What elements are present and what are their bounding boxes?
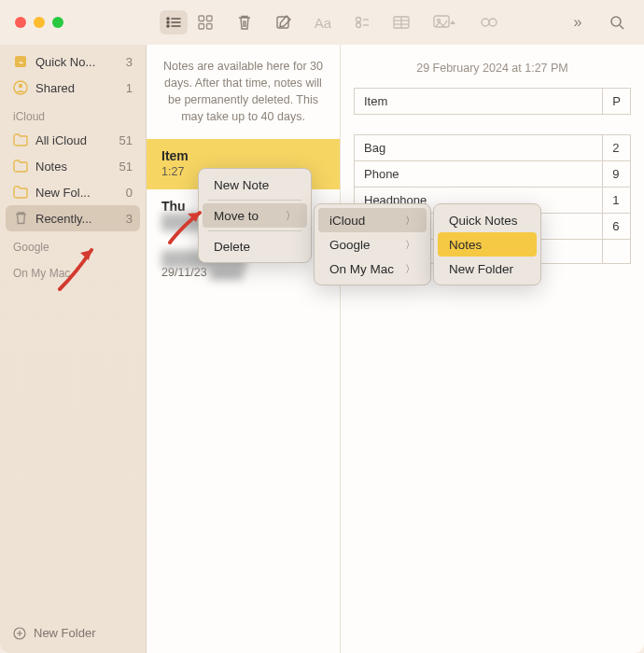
menu-item-label: Quick Notes bbox=[449, 214, 518, 228]
checklist-button[interactable] bbox=[348, 10, 376, 35]
sidebar-section-header[interactable]: On My Mac bbox=[6, 257, 140, 284]
table-row[interactable]: Bag2 bbox=[355, 135, 631, 161]
table-cell[interactable]: Phone bbox=[355, 161, 603, 188]
sidebar-item-label: Notes bbox=[35, 160, 67, 174]
submenu-accounts[interactable]: iCloud〉Google〉On My Mac〉 bbox=[314, 203, 431, 285]
note-title: Item bbox=[161, 148, 325, 163]
svg-rect-14 bbox=[207, 24, 213, 30]
chevron-right-icon: 〉 bbox=[405, 262, 415, 276]
folder-icon bbox=[13, 132, 28, 147]
menu-item-label: Notes bbox=[449, 238, 482, 252]
format-button[interactable]: Aa bbox=[309, 10, 337, 35]
notes-list: Notes are available here for 30 days. Af… bbox=[147, 45, 341, 653]
trash-button[interactable] bbox=[231, 10, 259, 35]
sidebar-item-label: Quick No... bbox=[35, 55, 95, 69]
sidebar-item-count: 51 bbox=[119, 133, 133, 147]
folder-icon bbox=[13, 185, 28, 200]
table-cell[interactable]: P bbox=[603, 89, 631, 115]
quicknotes-icon: ⌁ bbox=[13, 54, 28, 69]
svg-line-31 bbox=[620, 25, 623, 29]
menu-item-label: New Note bbox=[214, 178, 269, 192]
table-cell[interactable]: 6 bbox=[603, 214, 631, 240]
media-button[interactable] bbox=[427, 10, 464, 35]
ctx-move-to[interactable]: Move to〉 bbox=[203, 203, 307, 228]
sidebar-section-header[interactable]: Google bbox=[6, 231, 140, 257]
fullscreen-window[interactable] bbox=[52, 17, 63, 28]
svg-point-30 bbox=[611, 17, 621, 26]
compose-button[interactable] bbox=[270, 10, 298, 35]
submenu-folders[interactable]: Quick NotesNotesNew Folder bbox=[433, 203, 541, 285]
plus-icon bbox=[13, 627, 26, 640]
sidebar-item-notes[interactable]: Notes51 bbox=[6, 153, 140, 179]
sidebar-item-quick-no-[interactable]: ⌁Quick No...3 bbox=[6, 49, 140, 75]
link-button[interactable] bbox=[475, 10, 503, 35]
ctx-folder-notes[interactable]: Notes bbox=[438, 232, 537, 257]
sidebar-item-recently-[interactable]: Recently...3 bbox=[6, 205, 140, 231]
table-cell[interactable]: 9 bbox=[603, 161, 631, 188]
sidebar-item-all-icloud[interactable]: All iCloud51 bbox=[6, 127, 140, 153]
menu-item-label: iCloud bbox=[329, 214, 365, 228]
table-row[interactable]: Phone9 bbox=[355, 161, 631, 188]
svg-point-5 bbox=[167, 18, 169, 20]
table-cell[interactable]: Bag bbox=[355, 135, 603, 161]
more-button[interactable]: » bbox=[564, 10, 592, 35]
svg-text:⌁: ⌁ bbox=[19, 58, 23, 67]
ctx-account-on-my-mac[interactable]: On My Mac〉 bbox=[318, 257, 427, 281]
svg-point-28 bbox=[482, 19, 489, 26]
context-menu[interactable]: New NoteMove to〉Delete bbox=[198, 168, 312, 263]
sidebar-item-count: 51 bbox=[119, 160, 133, 174]
chevron-right-icon: 〉 bbox=[286, 209, 296, 223]
sidebar-item-count: 0 bbox=[126, 186, 133, 200]
table-cell[interactable]: Item bbox=[355, 89, 603, 115]
main-area: Aa » Notes are available here for 30 day… bbox=[146, 45, 644, 653]
close-window[interactable] bbox=[15, 17, 26, 28]
grid-view-button[interactable] bbox=[191, 10, 219, 35]
sidebar-section-header[interactable]: iCloud bbox=[6, 101, 140, 127]
svg-rect-13 bbox=[199, 24, 204, 30]
table-button[interactable] bbox=[387, 10, 415, 35]
sidebar-item-label: Shared bbox=[35, 81, 75, 95]
sidebar-item-count: 1 bbox=[126, 81, 133, 95]
sidebar-item-label: New Fol... bbox=[35, 186, 91, 200]
list-view-button[interactable] bbox=[160, 10, 188, 35]
ctx-account-icloud[interactable]: iCloud〉 bbox=[318, 208, 427, 232]
sidebar-item-new-fol-[interactable]: New Fol...0 bbox=[6, 179, 140, 205]
note-date: 29 February 2024 at 1:27 PM bbox=[354, 54, 631, 88]
chevron-right-icon: 〉 bbox=[405, 238, 415, 252]
note-date: 29/11/23 ████ bbox=[161, 266, 325, 279]
svg-point-29 bbox=[489, 19, 497, 26]
table-cell[interactable] bbox=[603, 240, 631, 264]
ctx-account-google[interactable]: Google〉 bbox=[318, 232, 427, 257]
traffic-lights bbox=[0, 17, 63, 28]
sidebar-item-shared[interactable]: Shared1 bbox=[6, 75, 140, 101]
sidebar: ⌁Quick No...3Shared1 iCloudAll iCloud51N… bbox=[0, 45, 146, 653]
new-folder-button[interactable]: New Folder bbox=[6, 617, 140, 649]
svg-point-3 bbox=[19, 84, 22, 88]
svg-point-27 bbox=[438, 20, 441, 22]
svg-point-21 bbox=[357, 23, 361, 28]
search-button[interactable] bbox=[603, 10, 631, 35]
sidebar-item-count: 3 bbox=[126, 55, 133, 69]
menu-separator bbox=[208, 200, 301, 201]
new-folder-label: New Folder bbox=[34, 626, 95, 640]
table-spacer bbox=[355, 115, 631, 135]
ctx-new-note[interactable]: New Note bbox=[203, 173, 307, 197]
shared-icon bbox=[13, 80, 28, 95]
table-cell[interactable]: 1 bbox=[603, 188, 631, 214]
svg-point-9 bbox=[167, 25, 169, 27]
menu-item-label: Delete bbox=[214, 240, 250, 254]
table-header-row[interactable]: ItemP bbox=[355, 89, 631, 115]
ctx-folder-quick-notes[interactable]: Quick Notes bbox=[438, 208, 537, 232]
folder-icon bbox=[13, 159, 28, 174]
chevron-right-icon: 〉 bbox=[405, 214, 415, 228]
table-cell[interactable]: 2 bbox=[603, 135, 631, 161]
trash-icon bbox=[13, 211, 28, 226]
sidebar-item-label: All iCloud bbox=[35, 133, 87, 147]
deleted-info: Notes are available here for 30 days. Af… bbox=[147, 45, 340, 139]
minimize-window[interactable] bbox=[34, 17, 45, 28]
ctx-delete[interactable]: Delete bbox=[203, 234, 307, 258]
menu-separator bbox=[208, 230, 301, 231]
svg-rect-12 bbox=[207, 16, 213, 21]
ctx-folder-new-folder[interactable]: New Folder bbox=[438, 257, 537, 281]
svg-point-18 bbox=[357, 18, 361, 22]
